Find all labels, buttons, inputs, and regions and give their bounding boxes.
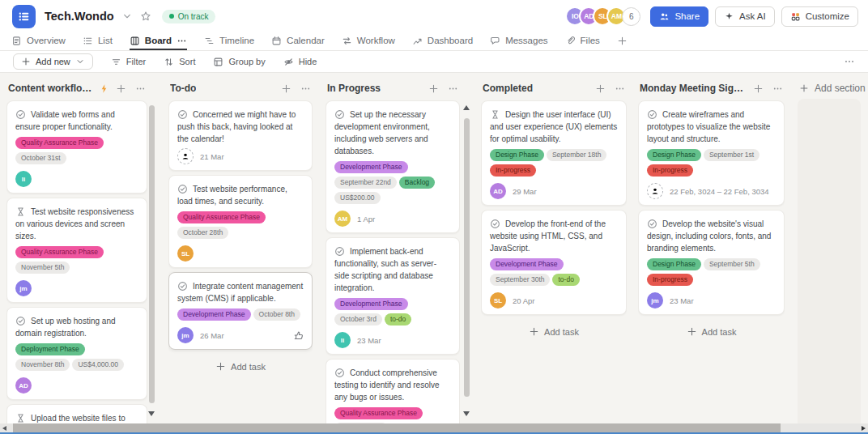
add-task-plus-icon[interactable] bbox=[281, 83, 291, 94]
bolt-icon[interactable] bbox=[99, 83, 109, 94]
scroll-down-arrow-icon[interactable] bbox=[148, 411, 155, 416]
tag-pill[interactable]: Design Phase bbox=[647, 149, 701, 161]
member-avatar-stack[interactable]: IOADSLAM6 bbox=[565, 6, 640, 26]
check-circle-icon[interactable] bbox=[334, 246, 345, 257]
add-task-button[interactable]: Add task bbox=[481, 319, 627, 344]
check-circle-icon[interactable] bbox=[15, 316, 26, 326]
tag-pill[interactable]: October 3rd bbox=[334, 313, 382, 326]
tag-pill[interactable]: Quality Assurance Phase bbox=[177, 211, 266, 223]
tag-pill[interactable]: November 8th bbox=[15, 359, 70, 371]
tab-board[interactable]: Board bbox=[130, 32, 187, 50]
assignee-avatar[interactable]: AD bbox=[490, 183, 506, 199]
tag-pill[interactable]: October 8th bbox=[253, 308, 300, 321]
assignee-placeholder-icon[interactable] bbox=[647, 183, 663, 199]
column-menu-icon[interactable] bbox=[772, 83, 783, 94]
tag-pill[interactable]: In-progress bbox=[647, 164, 693, 177]
tag-pill[interactable]: to-do bbox=[385, 313, 411, 326]
tag-pill[interactable]: Quality Assurance Phase bbox=[334, 407, 423, 419]
tab-messages[interactable]: Messages bbox=[490, 32, 547, 50]
task-card[interactable]: Validate web forms and ensure proper fun… bbox=[6, 100, 147, 194]
status-badge[interactable]: On track bbox=[162, 10, 216, 23]
task-card[interactable]: Set up web hosting and domain registrati… bbox=[6, 307, 147, 400]
tag-pill[interactable]: November 5th bbox=[15, 262, 70, 274]
scrollbar-thumb[interactable] bbox=[464, 118, 470, 397]
tab-calendar[interactable]: Calendar bbox=[271, 32, 325, 50]
tag-pill[interactable]: September 1st bbox=[704, 149, 760, 161]
ask-ai-button[interactable]: Ask AI bbox=[715, 6, 775, 27]
toolbar-hide-button[interactable]: Hide bbox=[283, 57, 317, 67]
assignee-avatar[interactable]: jm bbox=[177, 327, 194, 343]
task-card[interactable]: Concerned we might have to push this bac… bbox=[168, 100, 313, 171]
check-circle-icon[interactable] bbox=[177, 109, 188, 120]
tag-pill[interactable]: US$4,000.00 bbox=[72, 359, 124, 371]
scroll-down-arrow-icon[interactable] bbox=[463, 411, 470, 416]
tag-pill[interactable]: US$200.00 bbox=[334, 192, 381, 204]
tag-pill[interactable]: Deployment Phase bbox=[15, 343, 85, 355]
thumbs-up-icon[interactable] bbox=[293, 330, 304, 341]
add-task-button[interactable]: Add task bbox=[638, 319, 785, 344]
tab-menu-icon[interactable] bbox=[177, 36, 187, 46]
tag-pill[interactable]: In-progress bbox=[490, 164, 536, 177]
add-task-button[interactable]: Add task bbox=[168, 354, 313, 379]
column-menu-icon[interactable] bbox=[135, 83, 146, 94]
toolbar-sort-button[interactable]: Sort bbox=[164, 57, 195, 67]
assignee-avatar[interactable]: SL bbox=[177, 245, 194, 262]
toolbar-menu-icon[interactable] bbox=[844, 56, 855, 67]
column-title[interactable]: To-do bbox=[170, 83, 196, 94]
task-card[interactable]: Test website performance, load times, an… bbox=[168, 175, 313, 268]
tag-pill[interactable]: to-do bbox=[552, 274, 579, 286]
check-circle-icon[interactable] bbox=[334, 368, 345, 378]
column-title[interactable]: Monday Meeting Sign Off bbox=[640, 83, 747, 94]
scrollbar-thumb[interactable] bbox=[149, 105, 155, 403]
tab-timeline[interactable]: Timeline bbox=[204, 32, 254, 50]
tag-pill[interactable]: October 31st bbox=[15, 152, 66, 164]
assignee-avatar[interactable]: li bbox=[334, 332, 351, 348]
tab-list[interactable]: List bbox=[83, 32, 113, 50]
tab-dashboard[interactable]: Dashboard bbox=[412, 32, 473, 50]
tab-workflow[interactable]: Workflow bbox=[342, 32, 395, 50]
assignee-avatar[interactable]: jm bbox=[15, 280, 32, 296]
task-card[interactable]: Set up the necessary development environ… bbox=[326, 100, 460, 233]
hourglass-icon[interactable] bbox=[490, 109, 500, 120]
hourglass-icon[interactable] bbox=[15, 413, 26, 423]
tag-pill[interactable]: Quality Assurance Phase bbox=[15, 137, 104, 149]
customize-button[interactable]: Customize bbox=[781, 6, 858, 27]
column-menu-icon[interactable] bbox=[300, 83, 311, 94]
add-new-button[interactable]: Add new bbox=[13, 53, 93, 70]
horizontal-scrollbar[interactable] bbox=[0, 423, 868, 432]
task-card[interactable]: Design the user interface (UI) and user … bbox=[481, 100, 627, 206]
task-card[interactable]: Integrate content management system (CMS… bbox=[168, 272, 313, 350]
tag-pill[interactable]: In-progress bbox=[647, 274, 693, 286]
task-card[interactable]: Conduct comprehensive testing to identif… bbox=[326, 359, 460, 423]
tag-pill[interactable]: Development Phase bbox=[334, 161, 408, 173]
tag-pill[interactable]: September 5th bbox=[704, 258, 760, 270]
task-card[interactable]: Upload the website files to the hosting … bbox=[6, 404, 147, 423]
member-overflow-count[interactable]: 6 bbox=[622, 7, 640, 26]
check-circle-icon[interactable] bbox=[334, 109, 345, 120]
tab-add[interactable] bbox=[617, 32, 628, 50]
scroll-left-arrow-icon[interactable] bbox=[2, 426, 6, 431]
task-card[interactable]: Develop the front-end of the website usi… bbox=[481, 210, 627, 315]
scroll-right-arrow-icon[interactable] bbox=[862, 426, 866, 431]
assignee-avatar[interactable]: AD bbox=[15, 377, 32, 394]
star-icon[interactable] bbox=[140, 11, 151, 22]
tag-pill[interactable]: Design Phase bbox=[647, 258, 701, 270]
tag-pill[interactable]: Development Phase bbox=[490, 258, 564, 270]
horizontal-scrollbar-thumb[interactable] bbox=[13, 423, 781, 432]
task-card[interactable]: Develop the website's visual design, inc… bbox=[638, 210, 785, 315]
scroll-up-arrow-icon[interactable] bbox=[463, 105, 470, 110]
share-button[interactable]: Share bbox=[650, 6, 708, 27]
assignee-avatar[interactable]: jm bbox=[647, 292, 663, 308]
tag-pill[interactable]: September 22nd bbox=[334, 177, 397, 189]
assignee-avatar[interactable]: AM bbox=[334, 211, 351, 227]
check-circle-icon[interactable] bbox=[15, 109, 26, 120]
app-logo[interactable] bbox=[12, 5, 36, 28]
check-circle-icon[interactable] bbox=[647, 219, 657, 229]
column-menu-icon[interactable] bbox=[615, 83, 625, 94]
toolbar-filter-button[interactable]: Filter bbox=[111, 57, 146, 67]
tag-pill[interactable]: September 30th bbox=[490, 274, 550, 286]
task-card[interactable]: Test website responsiveness on various d… bbox=[6, 198, 147, 303]
add-task-plus-icon[interactable] bbox=[116, 83, 126, 94]
tag-pill[interactable]: Quality Assurance Phase bbox=[15, 246, 104, 258]
column-title[interactable]: In Progress bbox=[327, 83, 381, 94]
